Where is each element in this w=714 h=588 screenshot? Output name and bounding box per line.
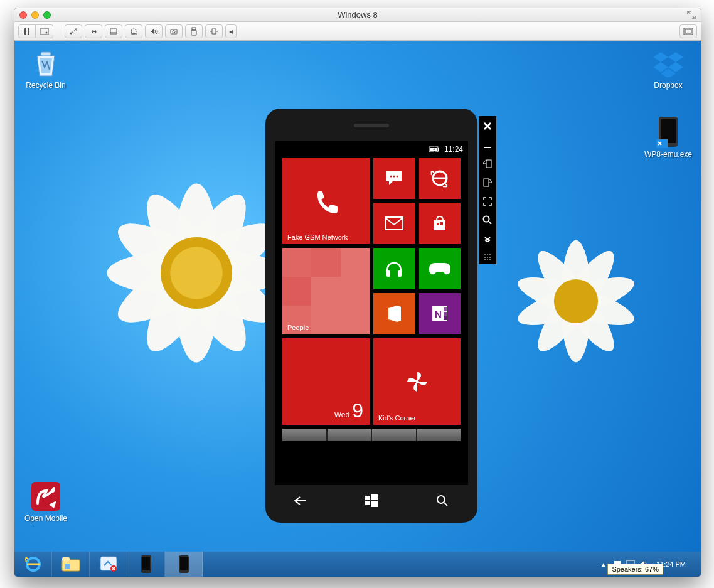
drag-handle-icon[interactable] [484, 254, 491, 260]
system-tray[interactable]: ▴ Speakers: 67% 11:24 PM [595, 552, 701, 577]
network-button[interactable]: ‹··› [85, 24, 102, 38]
wp8-emu-icon[interactable]: WP8-emu.exe [643, 116, 693, 159]
snapshot-button[interactable] [36, 24, 53, 38]
tile-label: Fake GSM Network [287, 233, 348, 241]
open-mobile-icon[interactable]: Open Mobile [21, 480, 71, 523]
icon-label: Open Mobile [21, 514, 71, 523]
music-tile[interactable] [373, 248, 415, 289]
calendar-tile[interactable]: Wed 9 [282, 338, 370, 425]
camera-button[interactable] [165, 24, 183, 38]
svg-text:N: N [435, 309, 442, 319]
svg-rect-61 [371, 494, 378, 500]
phone-icon [311, 186, 341, 216]
dropbox-icon[interactable]: Dropbox [643, 47, 693, 90]
taskbar-app[interactable] [90, 552, 127, 577]
svg-rect-2 [41, 28, 48, 35]
cd-button[interactable] [125, 24, 142, 38]
svg-rect-49 [385, 217, 403, 230]
pinwheel-icon [403, 368, 431, 395]
games-tile[interactable] [419, 248, 461, 289]
cal-date: 9 [352, 399, 363, 422]
svg-point-21 [107, 208, 286, 338]
svg-rect-65 [484, 147, 491, 148]
taskbar-ie[interactable] [14, 552, 52, 577]
svg-rect-56 [444, 307, 447, 311]
ie-icon [430, 169, 449, 188]
svg-rect-8 [191, 30, 196, 35]
fullscreen-button[interactable] [687, 11, 696, 19]
vm-toolbar: ‹··› ◂ [14, 22, 701, 41]
phone-screen[interactable]: 11:24 Fake GSM Network People [275, 141, 468, 485]
onenote-tile[interactable]: N [419, 293, 461, 334]
tile-label: People [287, 324, 309, 331]
svg-point-3 [45, 31, 47, 33]
emu-rotate-left-icon[interactable] [481, 158, 494, 170]
kids-corner-tile[interactable]: Kid's Corner [373, 338, 461, 425]
svg-point-68 [484, 216, 489, 222]
svg-rect-1 [28, 28, 29, 35]
svg-point-24 [170, 247, 223, 299]
emu-minimize-icon[interactable] [481, 139, 494, 151]
taskbar[interactable]: ▴ Speakers: 67% 11:24 PM [14, 552, 701, 577]
emu-rotate-right-icon[interactable] [481, 176, 494, 189]
svg-rect-67 [484, 179, 489, 186]
collapse-button[interactable]: ◂ [225, 24, 237, 38]
traffic-lights [19, 11, 51, 19]
mail-icon [385, 216, 403, 230]
store-tile[interactable] [419, 203, 461, 244]
svg-point-34 [528, 243, 624, 360]
svg-point-46 [393, 176, 395, 178]
headphones-icon [385, 259, 403, 278]
svg-point-22 [131, 184, 262, 363]
vm-window: Windows 8 ‹··› ◂ [14, 8, 701, 577]
svg-rect-57 [444, 312, 447, 316]
volume-tooltip: Speakers: 67% [607, 564, 663, 575]
svg-rect-44 [438, 148, 439, 151]
emu-fit-icon[interactable] [481, 195, 494, 208]
recycle-bin-icon[interactable]: Recycle Bin [21, 47, 71, 90]
taskbar-emulator-active[interactable] [165, 552, 203, 577]
close-icon[interactable] [19, 11, 27, 19]
zoom-icon[interactable] [43, 11, 51, 19]
office-tile[interactable] [373, 293, 415, 334]
share-button[interactable] [205, 24, 223, 38]
emu-zoom-icon[interactable] [481, 214, 494, 227]
messaging-tile[interactable] [373, 158, 415, 199]
svg-point-25 [561, 240, 592, 362]
svg-point-17 [173, 184, 220, 363]
svg-point-45 [390, 176, 392, 178]
emu-close-icon[interactable] [481, 120, 494, 132]
svg-rect-76 [142, 557, 150, 570]
search-button[interactable] [424, 494, 461, 507]
svg-rect-63 [371, 501, 378, 507]
phone-tile[interactable]: Fake GSM Network [282, 158, 370, 244]
svg-point-16 [131, 184, 262, 363]
emu-more-icon[interactable] [481, 233, 494, 245]
hdd-button[interactable] [105, 24, 122, 38]
taskbar-emulator[interactable] [127, 552, 165, 577]
usb-button[interactable] [185, 24, 203, 38]
taskbar-explorer[interactable] [52, 552, 90, 577]
minimize-icon[interactable] [31, 11, 39, 19]
ie-tile[interactable] [419, 158, 461, 199]
icon-label: Dropbox [643, 81, 693, 90]
sound-button[interactable] [145, 24, 163, 38]
mail-tile[interactable] [373, 203, 415, 244]
guest-desktop[interactable]: Recycle Bin Dropbox WP8-emu.exe Open Mob… [14, 41, 701, 577]
pause-button[interactable] [18, 24, 36, 38]
people-tile[interactable]: People [282, 248, 370, 334]
svg-rect-36 [41, 52, 51, 56]
svg-rect-62 [365, 501, 370, 505]
xbox-icon [429, 262, 450, 275]
svg-rect-0 [24, 28, 26, 35]
store-icon [432, 215, 448, 232]
photos-tile[interactable] [282, 429, 461, 441]
phone-emulator[interactable]: 11:24 Fake GSM Network People [265, 109, 477, 523]
icon-label: Recycle Bin [21, 81, 71, 90]
settings-button[interactable] [65, 24, 82, 38]
mac-titlebar[interactable]: Windows 8 [14, 8, 701, 22]
back-button[interactable] [282, 496, 319, 506]
emulator-toolbar[interactable] [479, 116, 496, 264]
view-mode-button[interactable] [679, 24, 697, 38]
start-button[interactable] [353, 494, 390, 507]
